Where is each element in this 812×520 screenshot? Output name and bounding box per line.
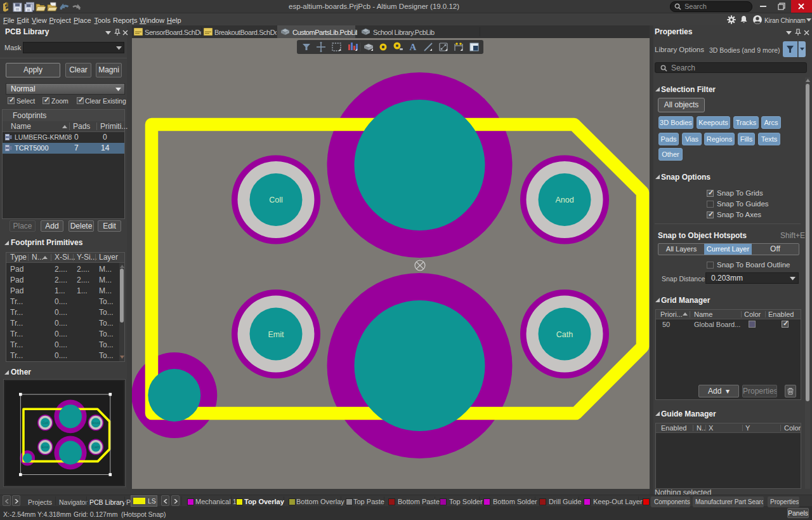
svg-text:Cath: Cath bbox=[556, 330, 573, 339]
svg-text:Coll: Coll bbox=[43, 421, 48, 425]
svg-text:Anod: Anod bbox=[92, 421, 100, 425]
svg-text:A: A bbox=[410, 42, 417, 52]
svg-text:Coll: Coll bbox=[269, 196, 283, 204]
svg-text:Emit: Emit bbox=[42, 445, 49, 449]
svg-text:Cath: Cath bbox=[92, 445, 100, 449]
svg-text:Anod: Anod bbox=[555, 196, 573, 204]
svg-text:Emit: Emit bbox=[268, 330, 285, 339]
